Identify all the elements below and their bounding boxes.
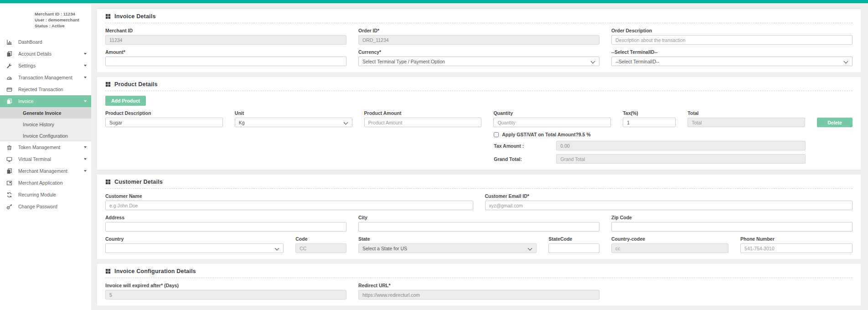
grid-icon xyxy=(105,269,111,274)
product-description-label: Product Description xyxy=(105,110,223,116)
sidebar-item-dashboard[interactable]: DashBoard xyxy=(0,36,91,48)
sidebar-item-merchant-application[interactable]: Merchant Application xyxy=(0,177,91,189)
product-amount-label: Product Amount xyxy=(364,110,482,116)
sidebar-item-label: Merchant Application xyxy=(18,180,87,186)
apply-gst-label: Apply GST/VAT on Total Amount?9.5 % xyxy=(502,132,590,137)
state-label: State xyxy=(358,236,537,242)
merchant-status-text: Status : Active xyxy=(35,23,88,29)
apply-gst-row[interactable]: Apply GST/VAT on Total Amount?9.5 % xyxy=(494,132,805,137)
zip-code-input[interactable] xyxy=(611,222,852,232)
sidebar-item-recurring-module[interactable]: Recurring Module xyxy=(0,189,91,201)
code-input xyxy=(295,243,346,253)
city-input[interactable] xyxy=(358,222,599,232)
product-description-input[interactable] xyxy=(105,118,223,127)
state-field: State Select a State for US xyxy=(358,236,537,253)
total-input xyxy=(687,118,805,127)
city-field: City xyxy=(358,215,599,232)
customer-details-header: Customer Details xyxy=(105,179,852,189)
customer-email-input[interactable] xyxy=(485,201,853,210)
address-input[interactable] xyxy=(105,222,346,232)
quantity-input[interactable] xyxy=(493,118,611,127)
tax-percent-input[interactable] xyxy=(623,118,676,127)
order-id-label: Order ID* xyxy=(358,28,599,33)
invoice-configuration-header: Invoice Configuration Details xyxy=(105,268,852,278)
sidebar-item-label: Change Password xyxy=(18,204,87,209)
customer-name-input[interactable] xyxy=(105,201,473,210)
submenu-item-generate-invoice[interactable]: Generate Invoice xyxy=(0,107,91,119)
invoice-submenu: Generate Invoice Invoice History Invoice… xyxy=(0,107,91,141)
amount-label: Amount* xyxy=(105,49,346,55)
merchant-user-text: User : demomerchant xyxy=(35,17,88,23)
credit-card-icon xyxy=(6,86,13,93)
phone-number-input[interactable] xyxy=(740,243,852,253)
product-row: Product Description Unit Kg Product Amou… xyxy=(105,110,852,127)
merchant-id-text: Merchant ID : 11234 xyxy=(35,11,88,17)
sidebar-item-token-management[interactable]: Token Management xyxy=(0,141,91,153)
terminal-id-label: --Select TerminalID-- xyxy=(611,49,852,55)
add-product-label: Add Product xyxy=(111,98,140,103)
customer-email-field: Customer Email ID* xyxy=(485,193,853,210)
terminal-id-select[interactable]: --Select TerminalID-- xyxy=(611,57,852,66)
phone-number-field: Phone Number xyxy=(740,236,852,253)
quantity-field: Quantity xyxy=(493,110,611,127)
unit-select[interactable]: Kg xyxy=(235,118,352,127)
sidebar-item-transaction-management[interactable]: Transaction Management xyxy=(0,72,91,83)
state-code-input[interactable] xyxy=(548,243,599,253)
delete-product-button[interactable]: Delete xyxy=(817,118,852,127)
sidebar-item-change-password[interactable]: Change Password xyxy=(0,201,91,212)
monitor-icon xyxy=(6,156,13,162)
gst-block: Apply GST/VAT on Total Amount?9.5 % Tax … xyxy=(494,132,805,164)
order-description-input[interactable] xyxy=(611,35,852,45)
gauge-icon xyxy=(6,74,13,81)
submenu-item-invoice-configuration[interactable]: Invoice Configuration xyxy=(0,130,91,141)
country-select[interactable] xyxy=(105,243,284,253)
state-code-field: StateCode xyxy=(548,236,599,253)
sidebar-item-label: Virtual Terminal xyxy=(18,156,84,162)
section-title: Customer Details xyxy=(114,179,163,185)
merchant-id-label: Merchant ID xyxy=(105,28,346,33)
amount-input[interactable] xyxy=(105,57,346,66)
country-label: Country xyxy=(105,236,284,242)
product-amount-input[interactable] xyxy=(364,118,482,127)
sidebar-item-invoice[interactable]: Invoice xyxy=(0,95,91,107)
sidebar-item-virtual-terminal[interactable]: Virtual Terminal xyxy=(0,153,91,165)
state-select[interactable]: Select a State for US xyxy=(358,243,537,253)
files-icon xyxy=(6,51,13,57)
submenu-item-label: Invoice History xyxy=(23,122,54,127)
invoice-configuration-card: Invoice Configuration Details Invoice wi… xyxy=(97,264,861,305)
customer-name-label: Customer Name xyxy=(105,193,473,199)
order-description-field: Order Description xyxy=(611,28,852,45)
add-product-button[interactable]: Add Product xyxy=(105,96,146,106)
grid-icon xyxy=(105,14,111,19)
redirect-url-input xyxy=(358,290,599,300)
wrench-icon xyxy=(6,62,13,69)
currency-label: Currency* xyxy=(358,49,599,55)
tax-percent-field: Tax(%) xyxy=(623,110,676,127)
code-field: Code xyxy=(295,236,346,253)
submenu-item-label: Generate Invoice xyxy=(23,110,62,116)
sidebar-item-label: DashBoard xyxy=(18,39,87,45)
state-code-label: StateCode xyxy=(548,236,599,242)
apply-gst-checkbox[interactable] xyxy=(494,132,499,137)
product-details-card: Product Details Add Product Product Desc… xyxy=(97,77,861,170)
currency-select[interactable]: Select Terminal Type / Payment Option xyxy=(358,57,599,66)
total-label: Total xyxy=(687,110,805,116)
state-select-value: Select a State for US xyxy=(362,246,407,251)
sidebar-item-rejected-transaction[interactable]: Rejected Transaction xyxy=(0,83,91,95)
sidebar-item-account-details[interactable]: Account Details xyxy=(0,48,91,60)
files-icon xyxy=(6,98,13,104)
files-icon xyxy=(6,168,13,174)
chart-icon xyxy=(6,39,13,45)
sidebar-item-label: Transaction Management xyxy=(18,75,84,80)
sidebar-item-settings[interactable]: Settings xyxy=(0,60,91,72)
redirect-url-label: Redirect URL* xyxy=(358,283,599,288)
currency-select-value: Select Terminal Type / Payment Option xyxy=(362,59,445,64)
submenu-item-invoice-history[interactable]: Invoice History xyxy=(0,119,91,130)
country-field: Country xyxy=(105,236,284,253)
refresh-icon xyxy=(6,191,13,198)
zip-code-field: Zip Code xyxy=(611,215,852,232)
invoice-details-header: Invoice Details xyxy=(105,13,852,23)
grand-total-input xyxy=(556,154,805,164)
sidebar-item-merchant-management[interactable]: Merchant Management xyxy=(0,165,91,177)
chevron-down-icon xyxy=(84,100,87,102)
